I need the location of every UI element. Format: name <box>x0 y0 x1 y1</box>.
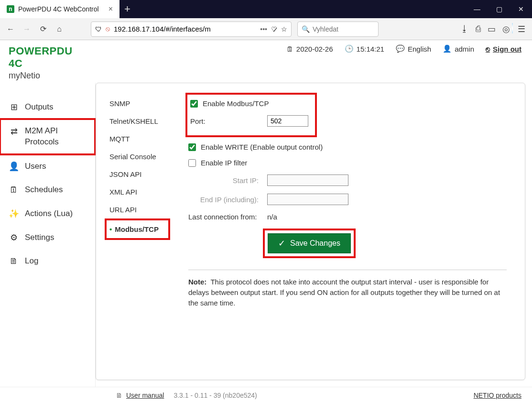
enable-ipfilter-label: Enable IP filter <box>201 159 247 167</box>
nav-log[interactable]: 🗎Log <box>0 250 95 273</box>
brand-subtitle: myNetio <box>9 71 87 81</box>
topbar-date: 🗓2020-02-26 <box>286 45 333 53</box>
nav-users[interactable]: 👤Users <box>0 154 95 178</box>
proto-snmp[interactable]: SNMP <box>108 95 170 112</box>
nav-label: Users <box>25 162 46 171</box>
start-ip-input <box>267 174 348 186</box>
topbar-language[interactable]: 💬English <box>396 44 431 53</box>
new-tab-button[interactable]: + <box>119 0 135 18</box>
signout-label: Sign out <box>493 45 521 53</box>
downloads-icon[interactable]: ⭳ <box>460 24 469 34</box>
nav-settings[interactable]: ⚙Settings <box>0 226 95 250</box>
nav-label: Settings <box>25 233 54 242</box>
nav-list: ⊞Outputs ⇄M2M API Protocols 👤Users 🗓Sche… <box>0 95 95 273</box>
nav-schedules[interactable]: 🗓Schedules <box>0 178 95 202</box>
topbar-time: 🕒15:14:21 <box>345 44 384 53</box>
proto-mqtt[interactable]: MQTT <box>108 130 170 148</box>
speech-icon: 💬 <box>396 44 405 53</box>
last-conn-value: n/a <box>267 213 277 221</box>
note-body: This protocol does not take into account… <box>188 278 500 307</box>
enable-modbus-label: Enable Modbus/TCP <box>203 99 269 108</box>
nav-m2m-protocols[interactable]: ⇄M2M API Protocols <box>0 119 95 154</box>
port-input[interactable] <box>267 115 308 127</box>
proto-json[interactable]: JSON API <box>108 165 170 183</box>
browser-toolbar: ← → ⟳ ⌂ 🛡 ⦸ ••• ♡̷ ☆ 🔍 ⭳ ⎙ ▭ ◎ ☰ <box>0 18 532 40</box>
tracking-icon[interactable]: ⦸ <box>106 25 110 33</box>
protocol-nav: SNMP Telnet/KSHELL MQTT Serial Console J… <box>96 83 170 380</box>
nav-outputs[interactable]: ⊞Outputs <box>0 95 95 119</box>
browser-titlebar: n PowerPDU 4C WebControl × + — ▢ ✕ <box>0 0 532 18</box>
close-window-button[interactable]: ✕ <box>510 0 532 18</box>
user-manual-link[interactable]: User manual <box>126 392 164 399</box>
user-icon: 👤 <box>443 44 452 53</box>
sidebar: ⊞Outputs ⇄M2M API Protocols 👤Users 🗓Sche… <box>0 83 96 387</box>
proto-telnet[interactable]: Telnet/KSHELL <box>108 112 170 130</box>
last-conn-label: Last connection from: <box>188 213 262 221</box>
back-button[interactable]: ← <box>4 22 17 36</box>
save-button-label: Save Changes <box>290 239 340 248</box>
topbar-date-value: 2020-02-26 <box>296 45 333 53</box>
menu-icon[interactable]: ☰ <box>518 24 525 34</box>
signout-icon: ⎋ <box>486 45 490 53</box>
url-bar[interactable]: 🛡 ⦸ ••• ♡̷ ☆ <box>91 22 292 37</box>
close-tab-icon[interactable]: × <box>109 5 113 13</box>
url-input[interactable] <box>114 25 256 33</box>
topbar-time-value: 15:14:21 <box>357 45 384 53</box>
proto-modbus[interactable]: Modbus/TCP <box>108 220 168 238</box>
account-icon[interactable]: ◎ <box>502 24 511 34</box>
start-ip-label: Start IP: <box>188 176 262 185</box>
enable-write-label: Enable WRITE (Enable output control) <box>201 143 323 151</box>
reload-button[interactable]: ⟳ <box>36 22 50 36</box>
bookmark-star-icon[interactable]: ☆ <box>281 25 287 33</box>
minimize-button[interactable]: — <box>466 0 488 18</box>
proto-serial[interactable]: Serial Console <box>108 148 170 165</box>
topbar: 🗓2020-02-26 🕒15:14:21 💬English 👤admin ⎋S… <box>96 40 532 57</box>
nav-label: Outputs <box>25 102 54 112</box>
end-ip-input <box>267 194 348 205</box>
search-bar[interactable]: 🔍 <box>297 22 379 37</box>
save-button[interactable]: ✓ Save Changes <box>268 233 351 253</box>
enable-write-checkbox[interactable] <box>188 143 196 151</box>
brand-title: POWERPDU 4C <box>9 45 87 70</box>
enable-modbus-checkbox[interactable] <box>190 100 198 108</box>
proto-url[interactable]: URL API <box>108 201 170 218</box>
outputs-icon: ⊞ <box>9 102 19 112</box>
netio-products-link[interactable]: NETIO products <box>474 392 521 399</box>
save-highlight: ✓ Save Changes <box>263 229 356 258</box>
nav-label: Log <box>25 256 38 266</box>
api-icon: ⇄ <box>9 126 19 137</box>
favicon: n <box>7 5 14 13</box>
home-button[interactable]: ⌂ <box>53 22 66 36</box>
reader-icon[interactable]: ▭ <box>488 24 496 34</box>
proto-xml[interactable]: XML API <box>108 183 170 201</box>
wand-icon: ✨ <box>9 208 19 219</box>
more-icon[interactable]: ••• <box>260 25 267 33</box>
permission-shield-icon[interactable]: ♡̷ <box>271 25 277 33</box>
check-icon: ✓ <box>278 238 285 249</box>
note-label: Note: <box>188 278 206 286</box>
forward-button: → <box>20 22 33 36</box>
nav-label: Schedules <box>25 185 63 195</box>
calendar-icon: 🗓 <box>286 45 293 53</box>
library-icon[interactable]: ⎙ <box>476 24 481 34</box>
users-icon: 👤 <box>9 161 19 172</box>
enable-ipfilter-checkbox[interactable] <box>188 159 196 167</box>
nav-actions[interactable]: ✨Actions (Lua) <box>0 202 95 226</box>
log-icon: 🗎 <box>9 256 19 266</box>
shield-icon[interactable]: 🛡 <box>95 25 102 33</box>
topbar-user[interactable]: 👤admin <box>443 44 474 53</box>
browser-tab[interactable]: n PowerPDU 4C WebControl × <box>0 0 119 18</box>
nav-label: Actions (Lua) <box>25 209 73 218</box>
content-panel: SNMP Telnet/KSHELL MQTT Serial Console J… <box>96 83 525 380</box>
port-label: Port: <box>190 117 262 125</box>
nav-label: M2M API Protocols <box>25 126 59 148</box>
notification-dot <box>512 23 513 33</box>
maximize-button[interactable]: ▢ <box>488 0 510 18</box>
search-input[interactable] <box>313 25 374 33</box>
search-icon: 🔍 <box>302 25 310 33</box>
app-shell: POWERPDU 4C myNetio 🗓2020-02-26 🕒15:14:2… <box>0 40 532 403</box>
schedule-icon: 🗓 <box>9 185 19 195</box>
signout-link[interactable]: ⎋Sign out <box>486 45 521 53</box>
modbus-form: Enable Modbus/TCP Port: Enable WRITE (En… <box>170 83 525 380</box>
brand-block: POWERPDU 4C myNetio <box>0 40 96 83</box>
